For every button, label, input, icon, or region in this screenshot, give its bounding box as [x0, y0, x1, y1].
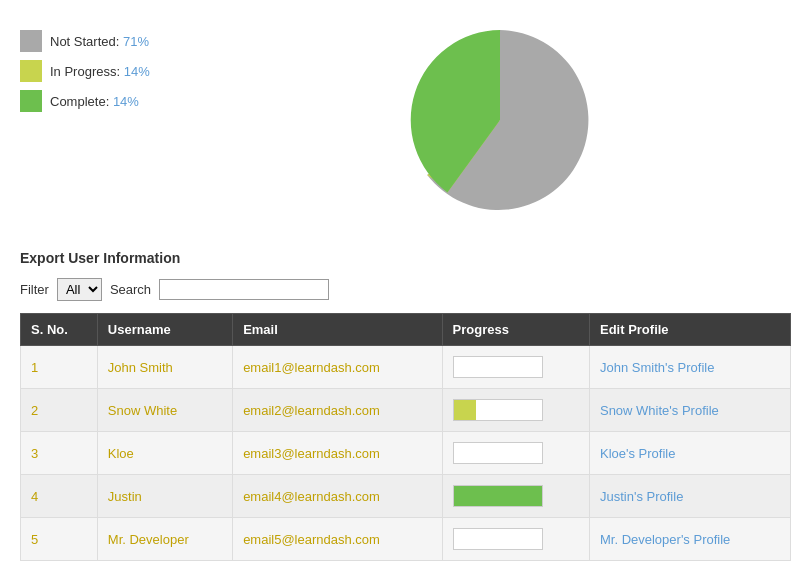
legend-pct-not-started: 71% [123, 34, 149, 49]
main-container: Not Started: 71% In Progress: 14% Comple… [0, 0, 811, 583]
cell-progress [442, 432, 589, 475]
col-email: Email [233, 314, 442, 346]
legend-item-not-started: Not Started: 71% [20, 30, 150, 52]
cell-profile[interactable]: Justin's Profile [589, 475, 790, 518]
users-table: S. No. Username Email Progress Edit Prof… [20, 313, 791, 561]
profile-link[interactable]: Justin's Profile [600, 489, 683, 504]
chart-section: Not Started: 71% In Progress: 14% Comple… [20, 20, 791, 220]
col-username: Username [97, 314, 232, 346]
progress-bar-container [453, 442, 543, 464]
legend-pct-complete: 14% [113, 94, 139, 109]
cell-profile[interactable]: John Smith's Profile [589, 346, 790, 389]
cell-email: email2@learndash.com [233, 389, 442, 432]
cell-sno: 5 [21, 518, 98, 561]
pie-chart-area [210, 20, 791, 220]
table-row: 2Snow Whiteemail2@learndash.comSnow Whit… [21, 389, 791, 432]
profile-link[interactable]: Snow White's Profile [600, 403, 719, 418]
cell-progress [442, 475, 589, 518]
search-input[interactable] [159, 279, 329, 300]
legend-color-complete [20, 90, 42, 112]
col-sno: S. No. [21, 314, 98, 346]
cell-profile[interactable]: Mr. Developer's Profile [589, 518, 790, 561]
cell-profile[interactable]: Snow White's Profile [589, 389, 790, 432]
filter-select[interactable]: All [57, 278, 102, 301]
filter-label: Filter [20, 282, 49, 297]
profile-link[interactable]: John Smith's Profile [600, 360, 714, 375]
cell-sno: 2 [21, 389, 98, 432]
legend-item-in-progress: In Progress: 14% [20, 60, 150, 82]
cell-username: Snow White [97, 389, 232, 432]
legend: Not Started: 71% In Progress: 14% Comple… [20, 30, 150, 120]
table-body: 1John Smithemail1@learndash.comJohn Smit… [21, 346, 791, 561]
legend-pct-in-progress: 14% [124, 64, 150, 79]
cell-email: email5@learndash.com [233, 518, 442, 561]
table-row: 1John Smithemail1@learndash.comJohn Smit… [21, 346, 791, 389]
cell-progress [442, 518, 589, 561]
cell-profile[interactable]: Kloe's Profile [589, 432, 790, 475]
profile-link[interactable]: Mr. Developer's Profile [600, 532, 730, 547]
cell-email: email3@learndash.com [233, 432, 442, 475]
pie-chart-svg [390, 20, 610, 220]
legend-color-in-progress [20, 60, 42, 82]
table-header-row: S. No. Username Email Progress Edit Prof… [21, 314, 791, 346]
cell-progress [442, 346, 589, 389]
progress-bar-container [453, 485, 543, 507]
col-progress: Progress [442, 314, 589, 346]
progress-bar-fill [454, 486, 542, 506]
table-header: S. No. Username Email Progress Edit Prof… [21, 314, 791, 346]
legend-text-not-started: Not Started: 71% [50, 34, 149, 49]
legend-color-not-started [20, 30, 42, 52]
progress-bar-fill [454, 400, 476, 420]
cell-email: email4@learndash.com [233, 475, 442, 518]
cell-sno: 4 [21, 475, 98, 518]
cell-username: Mr. Developer [97, 518, 232, 561]
cell-username: Justin [97, 475, 232, 518]
progress-bar-container [453, 399, 543, 421]
cell-sno: 3 [21, 432, 98, 475]
table-row: 3Kloeemail3@learndash.comKloe's Profile [21, 432, 791, 475]
legend-text-complete: Complete: 14% [50, 94, 139, 109]
profile-link[interactable]: Kloe's Profile [600, 446, 675, 461]
progress-bar-container [453, 528, 543, 550]
legend-item-complete: Complete: 14% [20, 90, 150, 112]
export-title: Export User Information [20, 250, 791, 266]
col-edit-profile: Edit Profile [589, 314, 790, 346]
cell-sno: 1 [21, 346, 98, 389]
cell-username: Kloe [97, 432, 232, 475]
cell-username: John Smith [97, 346, 232, 389]
table-row: 5Mr. Developeremail5@learndash.comMr. De… [21, 518, 791, 561]
export-section: Export User Information Filter All Searc… [20, 250, 791, 561]
table-row: 4Justinemail4@learndash.comJustin's Prof… [21, 475, 791, 518]
search-label: Search [110, 282, 151, 297]
cell-email: email1@learndash.com [233, 346, 442, 389]
progress-bar-container [453, 356, 543, 378]
cell-progress [442, 389, 589, 432]
filter-row: Filter All Search [20, 278, 791, 301]
legend-text-in-progress: In Progress: 14% [50, 64, 150, 79]
